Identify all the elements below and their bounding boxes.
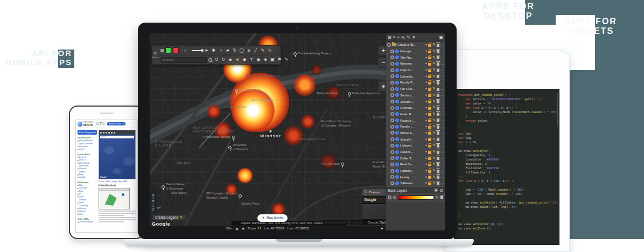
base-layer-panel-icon[interactable]: ⊡	[439, 188, 443, 193]
scrollbar[interactable]	[557, 94, 558, 126]
more-options-icon[interactable]: ⋯	[440, 81, 444, 85]
zoom-to-layer-icon[interactable]: ⌖	[425, 181, 427, 185]
zoom-extent-icon[interactable]: ⌖	[397, 35, 400, 40]
layer-row[interactable]: Sarducc... ⌖ ✎ ⋯	[386, 93, 445, 99]
lock-icon[interactable]	[428, 138, 431, 141]
edit-icon[interactable]: ✎	[432, 169, 436, 173]
polygon-icon[interactable]: ◆	[242, 58, 247, 62]
delete-icon[interactable]	[437, 144, 439, 148]
edit-icon[interactable]: ✎	[432, 100, 436, 104]
edit-icon[interactable]: ✎	[432, 112, 436, 116]
delete-icon[interactable]	[437, 107, 439, 110]
delete-icon[interactable]	[437, 69, 439, 72]
layer-row[interactable]: Nojo Ki... ⌖ ✎ ⋯	[386, 67, 445, 74]
more-options-icon[interactable]: ⋯	[440, 118, 444, 122]
zoom-to-layer-icon[interactable]: ⌖	[425, 43, 427, 47]
more-options-icon[interactable]: ⋯	[440, 112, 444, 116]
lasso-icon[interactable]: ∿	[267, 48, 272, 53]
delete-icon[interactable]	[437, 157, 439, 160]
layer-row[interactable]: Asian F... ⌖ ✎ ⋯	[386, 111, 445, 118]
zoom-out-button[interactable]: −	[378, 57, 386, 68]
draw-icon[interactable]: ✎	[284, 58, 289, 62]
lock-icon[interactable]	[428, 157, 431, 160]
nav-link[interactable]: Dynamic Image	[78, 221, 97, 223]
layer-group-row[interactable]: Group a [B... ⌖ ✎ ⋯	[386, 42, 445, 48]
more-options-icon[interactable]: ⋯	[440, 106, 444, 110]
engine-link[interactable]: Bing	[118, 180, 122, 183]
layer-row[interactable]: Honey ... ⌖ ✎ ⋯	[386, 174, 445, 180]
visibility-toggle-icon[interactable]	[390, 144, 394, 148]
menu-button[interactable]: ≡ Menu	[152, 46, 158, 64]
style-thumbnail[interactable]	[362, 204, 386, 220]
visibility-toggle-icon[interactable]	[390, 163, 394, 166]
delete-icon[interactable]	[437, 50, 439, 53]
image-icon[interactable]: ▣	[270, 58, 275, 62]
line-icon[interactable]: ╱	[253, 48, 258, 53]
delete-icon[interactable]	[437, 119, 439, 122]
rotate-icon[interactable]: ↻	[232, 48, 237, 53]
delete-icon[interactable]	[437, 176, 439, 179]
edit-icon[interactable]: ✎	[432, 55, 436, 60]
more-options-icon[interactable]: ⋯	[440, 169, 444, 173]
layer-row[interactable]: Whole F... ⌖ ✎ ⋯	[386, 130, 445, 137]
lock-icon[interactable]	[428, 132, 431, 135]
enter-playground-button[interactable]: Enter Playground	[78, 130, 97, 135]
delete-icon[interactable]	[437, 163, 439, 166]
delete-icon[interactable]	[437, 131, 439, 135]
delete-icon[interactable]	[437, 113, 439, 116]
docs-map-demo[interactable]: Search... Google	[99, 130, 136, 179]
locate-button[interactable]: ◈	[378, 81, 386, 92]
layer-row[interactable]: Real Ca... ⌖ ✎ ⋯	[386, 162, 445, 168]
delete-icon[interactable]	[437, 75, 439, 78]
zoom-to-layer-icon[interactable]: ⌖	[425, 87, 427, 91]
more-options-icon[interactable]: ⋯	[440, 87, 444, 91]
more-options-icon[interactable]: ⋯	[440, 131, 444, 135]
layer-row[interactable]: Winners ⌖ ✎ ⋯	[386, 61, 445, 67]
visibility-toggle-icon[interactable]	[390, 150, 394, 154]
docs-map-search-input[interactable]: Search...	[100, 136, 134, 138]
lock-icon[interactable]	[428, 126, 431, 129]
layer-row[interactable]: Germac... ⌖ ✎ ⋯	[386, 105, 445, 111]
engine-link[interactable]: Vector	[99, 180, 104, 183]
zoom-to-layer-icon[interactable]: ⌖	[425, 100, 427, 104]
filter-draw-icon[interactable]: ✎	[407, 35, 410, 40]
zoom-to-layer-icon[interactable]: ⌖	[425, 93, 427, 97]
zoom-to-layer-icon[interactable]: ⌖	[425, 74, 427, 79]
code-playground[interactable]: function get_random_color() { var letter…	[454, 89, 559, 245]
more-options-icon[interactable]: ⋯	[440, 156, 444, 160]
stroke-color-swatch[interactable]	[160, 49, 164, 52]
edit-icon[interactable]: ✎	[432, 93, 436, 97]
edit-icon[interactable]: ✎	[432, 175, 436, 179]
zoom-to-layer-icon[interactable]: ⌖	[425, 49, 427, 53]
edit-icon[interactable]: ✎	[432, 143, 436, 148]
more-options-icon[interactable]: ⋯	[440, 125, 444, 129]
lock-icon[interactable]	[428, 107, 431, 110]
edit-icon[interactable]: ✎	[432, 124, 436, 129]
edit-icon[interactable]: ✎	[432, 156, 436, 160]
pen-icon[interactable]: ✎	[260, 48, 265, 53]
lock-icon[interactable]	[428, 82, 431, 85]
edit-icon[interactable]: ✎	[432, 181, 436, 185]
fill-color-swatch[interactable]	[165, 47, 171, 53]
visibility-toggle-icon[interactable]	[390, 106, 394, 110]
edit-icon[interactable]: ✎	[432, 131, 436, 135]
flag-icon[interactable]: ⚑	[277, 58, 282, 62]
lock-icon[interactable]	[428, 151, 431, 154]
layer-row[interactable]: Canadia... ⌖ ✎ ⋯	[386, 73, 445, 80]
layer-row[interactable]: Family ... ⌖ ✎ ⋯	[386, 124, 445, 130]
more-options-icon[interactable]: ⋯	[440, 55, 444, 59]
visibility-toggle-icon[interactable]	[390, 62, 394, 66]
edit-icon[interactable]: ✎	[432, 61, 436, 66]
tool-icon[interactable]	[106, 132, 107, 134]
visibility-toggle-icon[interactable]	[390, 156, 394, 160]
zoom-to-layer-icon[interactable]: ⌖	[425, 131, 427, 135]
lock-icon[interactable]	[428, 75, 431, 78]
globe-icon[interactable]: ◉	[235, 227, 238, 230]
zoom-in-button[interactable]: +	[378, 45, 386, 56]
visibility-toggle-icon[interactable]	[388, 195, 391, 199]
list-view-icon[interactable]: ≡	[393, 35, 396, 40]
layer-row[interactable]: Family F... ⌖ ✎ ⋯	[386, 80, 445, 86]
rectangle-icon[interactable]: ■	[228, 58, 233, 62]
engine-link[interactable]: ESRI	[123, 180, 128, 183]
visibility-toggle-icon[interactable]	[390, 175, 394, 179]
